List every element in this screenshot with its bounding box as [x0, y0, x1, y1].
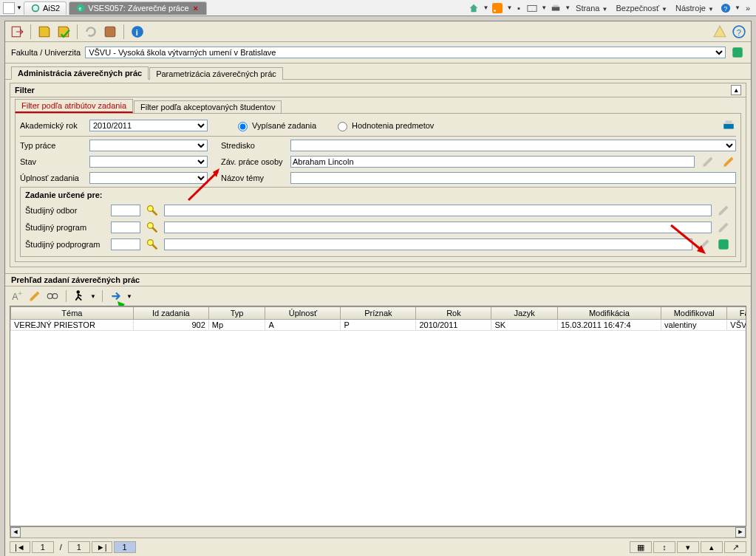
exit-button[interactable] [10, 24, 24, 39]
stredisko-select[interactable] [290, 140, 736, 151]
type-select[interactable] [89, 140, 208, 151]
rss-icon[interactable] [490, 1, 505, 16]
menu-tools[interactable]: Nástroje ▼ [672, 4, 717, 13]
menu-page[interactable]: Strana ▼ [572, 4, 610, 13]
goto-dropdown-icon[interactable]: ▼ [126, 293, 132, 300]
program-name-input[interactable] [164, 222, 712, 233]
book-button[interactable] [103, 24, 118, 39]
nazov-input[interactable] [290, 172, 736, 184]
save-button[interactable] [37, 24, 52, 39]
col-modifikoval[interactable]: Modifikoval [661, 307, 727, 320]
info-button[interactable]: i [130, 24, 145, 39]
print-dropdown[interactable]: ▼ [565, 4, 571, 11]
page-goto-input[interactable]: 1 [114, 541, 136, 553]
menu-security[interactable]: Bezpečnosť ▼ [612, 4, 670, 13]
browser-tab-ais2[interactable]: AiS2 [24, 1, 67, 15]
radio-hodnotenia[interactable]: Hodnotenia predmetov [334, 120, 434, 131]
col-rok[interactable]: Rok [416, 307, 491, 320]
results-pencil-icon[interactable] [27, 289, 42, 303]
chevrons-right-icon[interactable]: » [742, 4, 753, 13]
col-jazyk[interactable]: Jazyk [491, 307, 557, 320]
podprogram-edit-icon[interactable] [697, 237, 712, 252]
program-lookup-icon[interactable] [145, 220, 160, 235]
home-dropdown[interactable]: ▼ [483, 4, 488, 11]
zav-input[interactable] [290, 156, 695, 168]
podprogram-name-input[interactable] [164, 238, 692, 250]
radio-vypisane[interactable]: Vypísané zadania [234, 120, 316, 131]
rss-dropdown[interactable]: ▼ [506, 4, 512, 11]
col-uplnost[interactable]: Úplnosť [265, 307, 341, 320]
program-code-input[interactable] [111, 222, 140, 233]
svg-line-22 [152, 210, 157, 215]
mail-icon[interactable] [525, 1, 539, 16]
svg-text:e: e [79, 6, 82, 11]
favorites-icon[interactable] [3, 2, 15, 14]
sort-asc-icon[interactable]: ↕ [653, 541, 675, 553]
filter-panel: Akademický rok 2010/2011 Vypísané zadani… [15, 113, 741, 262]
collapse-down-icon[interactable]: ▾ [677, 541, 699, 553]
table-row[interactable]: VEREJNÝ PRIESTOR 902 Mp A P 2010/2011 SK… [11, 320, 747, 331]
col-typ[interactable]: Typ [208, 307, 265, 320]
close-icon[interactable]: × [191, 4, 200, 13]
results-title: Prehľad zadaní záverečných prác [5, 273, 751, 286]
stav-select[interactable] [89, 156, 208, 168]
print-icon[interactable] [548, 1, 563, 16]
svg-rect-5 [528, 5, 537, 11]
help-dropdown[interactable]: ▼ [735, 4, 740, 11]
odbor-lookup-icon[interactable] [145, 203, 160, 218]
podprogram-action-icon[interactable] [716, 237, 731, 252]
odbor-name-input[interactable] [164, 205, 712, 216]
results-table-wrap[interactable]: Téma Id zadania Typ Úplnosť Príznak Rok … [10, 306, 746, 526]
odbor-edit-icon[interactable] [716, 203, 731, 218]
zav-clear-icon[interactable] [721, 154, 736, 169]
col-id[interactable]: Id zadania [133, 307, 208, 320]
year-select[interactable]: 2010/2011 [89, 120, 208, 131]
home-icon[interactable] [466, 1, 481, 16]
mail-dropdown[interactable]: ▼ [541, 4, 547, 11]
col-fakulta[interactable]: Fakulta [727, 307, 746, 320]
horizontal-scrollbar[interactable]: ◄ ► [10, 526, 746, 538]
help-context-button[interactable]: ? [732, 24, 746, 39]
zav-edit-icon[interactable] [701, 154, 715, 169]
scroll-right-icon[interactable]: ► [735, 527, 746, 538]
browser-tab-vses057[interactable]: e VSES057: Záverečné práce × [69, 1, 207, 15]
collapse-icon[interactable]: ▴ [731, 85, 741, 95]
col-modif[interactable]: Modifikácia [557, 307, 661, 320]
zadanie-urcene-group: Zadanie určené pre: Študijný odbor Študi… [20, 187, 736, 257]
page-first-button[interactable]: |◄ [10, 541, 30, 553]
save-verified-button[interactable] [56, 24, 71, 39]
run-dropdown-icon[interactable]: ▼ [90, 293, 96, 300]
podprogram-code-input[interactable] [111, 238, 140, 250]
warning-button[interactable] [712, 24, 727, 39]
page-last-button[interactable]: ►| [92, 541, 112, 553]
tab-filter-students[interactable]: Filter podľa akceptovaných študentov [134, 100, 282, 113]
help-icon[interactable]: ? [718, 1, 733, 16]
export-icon[interactable]: ↗ [724, 541, 746, 553]
results-aplus-icon[interactable]: A+ [10, 289, 24, 303]
filter-print-button[interactable] [721, 118, 736, 133]
results-glasses-icon[interactable] [45, 289, 60, 303]
scroll-left-icon[interactable]: ◄ [10, 527, 21, 538]
svg-line-24 [152, 227, 157, 232]
results-run-icon[interactable] [72, 289, 87, 303]
refresh-button[interactable] [84, 24, 98, 39]
filter-title: Filter [15, 86, 35, 95]
program-edit-icon[interactable] [716, 220, 731, 235]
odbor-code-input[interactable] [111, 205, 140, 216]
faculty-row: Fakulta / Univerzita VŠVU - Vysoká škola… [5, 42, 751, 64]
upl-select[interactable] [89, 172, 208, 184]
tab-filter-attributes[interactable]: Filter podľa atribútov zadania [15, 99, 133, 113]
tab-param[interactable]: Parametrizácia záverečných prác [149, 67, 283, 80]
svg-point-33 [52, 294, 58, 299]
grid-view-icon[interactable]: ▦ [630, 541, 652, 553]
expand-up-icon[interactable]: ▴ [701, 541, 723, 553]
col-priznak[interactable]: Príznak [341, 307, 416, 320]
results-goto-icon[interactable] [109, 289, 123, 303]
faculty-select[interactable]: VŠVU - Vysoká škola výtvarných umení v B… [85, 47, 726, 58]
podprogram-lookup-icon[interactable] [145, 237, 160, 252]
dropdown-icon[interactable]: ▼ [16, 4, 22, 11]
tab-admin[interactable]: Administrácia záverečných prác [11, 66, 149, 80]
col-tema[interactable]: Téma [11, 307, 134, 320]
svg-rect-27 [718, 239, 729, 250]
faculty-action-button[interactable] [730, 45, 745, 60]
